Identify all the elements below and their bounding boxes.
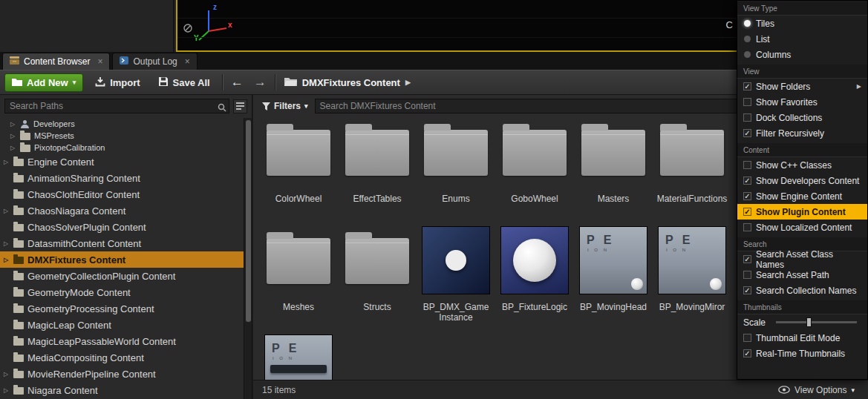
expander-icon[interactable]: ▷ xyxy=(9,133,16,139)
folder-tile-materialfunctions[interactable]: MaterialFunctions xyxy=(653,118,731,226)
close-icon[interactable]: × xyxy=(185,56,190,67)
tree-item-label: PixotopeCalibration xyxy=(34,143,105,152)
tree-item-chaosniagara-content[interactable]: ▷ChaosNiagara Content xyxy=(0,202,244,219)
eye-icon xyxy=(778,386,790,394)
tree-item-mspresets[interactable]: ▷MSPresets xyxy=(0,130,244,142)
menu-item-search-collection-names[interactable]: ✓Search Collection Names xyxy=(737,283,867,298)
view-options-button[interactable]: View Options ▾ xyxy=(778,385,855,395)
tree-item-mediacompositing-content[interactable]: MediaCompositing Content xyxy=(0,349,244,366)
tree-item-chaossolverplugin-content[interactable]: ChaosSolverPlugin Content xyxy=(0,219,244,235)
folder-tile-effecttables[interactable]: EffectTables xyxy=(338,118,417,226)
tab-content-browser[interactable]: Content Browser × xyxy=(2,53,110,70)
expander-icon[interactable]: ▷ xyxy=(2,159,10,165)
pe-logo-subtext: I O N xyxy=(273,356,294,360)
menu-item-list[interactable]: List xyxy=(737,31,867,47)
menu-item-show-localized-content[interactable]: Show Localized Content xyxy=(737,220,867,235)
tree-item-engine-content[interactable]: ▷Engine Content xyxy=(0,154,244,170)
import-button[interactable]: Import xyxy=(89,73,146,92)
menu-item-search-asset-class-names[interactable]: ✓Search Asset Class Names xyxy=(737,251,867,267)
tree-item-label: MagicLeap Content xyxy=(27,320,111,331)
tree-item-geometrycollectionplugin-content[interactable]: GeometryCollectionPlugin Content xyxy=(0,268,244,284)
breadcrumb-arrow-icon[interactable]: ▶ xyxy=(405,79,411,86)
tab-output-log[interactable]: Output Log × xyxy=(112,53,197,70)
expander-icon[interactable]: ▷ xyxy=(2,208,10,214)
asset-tile-item[interactable]: P EI O N xyxy=(259,334,338,380)
expander-icon[interactable]: ▷ xyxy=(9,121,16,128)
tree-item-datasmithcontent-content[interactable]: ▷DatasmithContent Content xyxy=(0,235,244,251)
tree-scrollbar[interactable] xyxy=(244,118,252,399)
tree-item-dmxfixtures-content[interactable]: ▷DMXFixtures Content xyxy=(0,251,244,268)
menu-item-thumbnail-edit-mode[interactable]: Thumbnail Edit Mode xyxy=(737,330,867,346)
thumbnail xyxy=(422,118,490,186)
folder-tile-meshes[interactable]: Meshes xyxy=(259,226,338,334)
tree-item-geometrymode-content[interactable]: GeometryMode Content xyxy=(0,284,244,300)
menu-item-columns[interactable]: Columns xyxy=(737,47,867,62)
menu-item-scale[interactable]: Scale xyxy=(737,314,867,330)
folder-tile-masters[interactable]: Masters xyxy=(574,118,653,226)
asset-thumbnail xyxy=(422,226,490,294)
expander-icon[interactable]: ▷ xyxy=(9,145,16,151)
path-view-settings-button[interactable] xyxy=(233,99,247,113)
3d-viewport[interactable]: z x Y C xyxy=(176,0,737,52)
folder-tile-gobowheel[interactable]: GoboWheel xyxy=(495,118,574,226)
menu-item-show-developers-content[interactable]: ✓Show Developers Content xyxy=(737,173,867,188)
tree-item-movierenderpipeline-content[interactable]: ▷MovieRenderPipeline Content xyxy=(0,366,244,382)
menu-item-dock-collections[interactable]: Dock Collections xyxy=(737,110,867,125)
menu-item-show-folders[interactable]: ✓Show Folders▶ xyxy=(737,79,867,94)
save-all-button[interactable]: Save All xyxy=(152,73,216,92)
forward-arrow-button[interactable]: → xyxy=(252,75,269,90)
save-all-label: Save All xyxy=(173,77,210,88)
back-arrow-button[interactable]: ← xyxy=(229,75,246,90)
add-new-button[interactable]: Add New ▾ xyxy=(4,73,83,92)
menu-item-tiles[interactable]: Tiles xyxy=(737,16,867,31)
folder-icon xyxy=(13,208,24,215)
menu-item-show-plugin-content[interactable]: ✓Show Plugin Content xyxy=(737,204,867,220)
expander-icon[interactable]: ▷ xyxy=(2,240,10,247)
close-icon[interactable]: × xyxy=(97,56,102,67)
filters-button[interactable]: Filters ▾ xyxy=(262,101,308,111)
folder-icon xyxy=(267,130,330,176)
menu-item-filter-recursively[interactable]: ✓Filter Recursively xyxy=(737,125,867,141)
breadcrumb[interactable]: DMXFixtures Content ▶ xyxy=(284,76,411,88)
expander-icon[interactable]: ▷ xyxy=(2,387,10,394)
menu-item-show-favorites[interactable]: Show Favorites xyxy=(737,94,867,110)
tree-item-pixotopecalibration[interactable]: ▷PixotopeCalibration xyxy=(0,142,244,154)
scrollbar-thumb[interactable] xyxy=(246,120,251,322)
tree-item-geometryprocessing-content[interactable]: GeometryProcessing Content xyxy=(0,300,244,317)
asset-tile-bp-fixturelogic[interactable]: BP_FixtureLogic xyxy=(495,226,574,334)
asset-label: MaterialFunctions xyxy=(657,194,728,204)
asset-label: Enums xyxy=(442,194,469,204)
tree-item-developers[interactable]: ▷Developers xyxy=(0,118,244,130)
folder-tile-enums[interactable]: Enums xyxy=(417,118,495,226)
tree-item-animationsharing-content[interactable]: AnimationSharing Content xyxy=(0,170,244,186)
menu-item-show-engine-content[interactable]: ✓Show Engine Content xyxy=(737,188,867,204)
menu-item-real-time-thumbnails[interactable]: ✓Real-Time Thumbnails xyxy=(737,346,867,361)
asset-tile-bp-movingmiror[interactable]: P EI O NBP_MovingMiror xyxy=(653,226,731,334)
tree-item-label: MediaCompositing Content xyxy=(27,352,144,363)
axis-y-label: Y xyxy=(194,34,199,42)
asset-tile-bp-dmx-game-instance[interactable]: BP_DMX_Game Instance xyxy=(417,226,495,334)
radio-icon xyxy=(744,20,751,27)
menu-item-label: List xyxy=(756,34,770,44)
slider-thumb[interactable] xyxy=(806,317,812,327)
radio-icon xyxy=(744,36,751,42)
menu-item-show-c-classes[interactable]: Show C++ Classes xyxy=(737,157,867,173)
tree-item-chaosclotheditor-content[interactable]: ChaosClothEditor Content xyxy=(0,186,244,202)
tree-item-magicleappassableworld-content[interactable]: MagicLeapPassableWorld Content xyxy=(0,333,244,349)
tree-item-label: DMXFixtures Content xyxy=(27,254,125,266)
tree-item-niagara-content[interactable]: ▷Niagara Content xyxy=(0,382,244,398)
folder-icon xyxy=(581,130,645,176)
folder-icon xyxy=(13,191,24,199)
asset-thumbnail: P EI O N xyxy=(658,226,726,294)
view-options-label: View Options xyxy=(794,385,846,395)
expander-icon[interactable]: ▷ xyxy=(2,371,10,377)
thumbnail-scale-slider[interactable] xyxy=(776,321,857,323)
sources-panel: ▷Developers▷MSPresets▷PixotopeCalibratio… xyxy=(0,95,252,399)
menu-section-title: Content xyxy=(737,143,867,157)
folder-tile-colorwheel[interactable]: ColorWheel xyxy=(259,118,338,226)
search-paths-input[interactable] xyxy=(4,99,229,113)
expander-icon[interactable]: ▷ xyxy=(2,257,10,263)
folder-tile-structs[interactable]: Structs xyxy=(338,226,417,334)
asset-tile-bp-movinghead[interactable]: P EI O NBP_MovingHead xyxy=(574,226,653,334)
tree-item-magicleap-content[interactable]: MagicLeap Content xyxy=(0,317,244,333)
